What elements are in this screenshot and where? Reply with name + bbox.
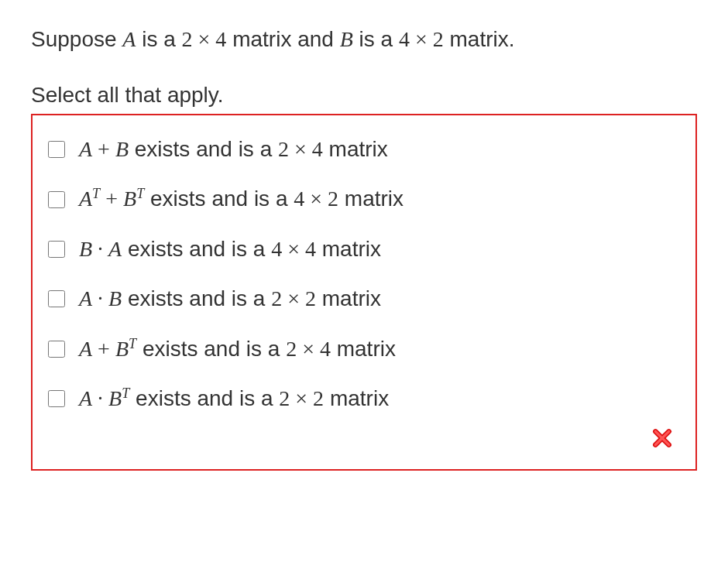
option-label: B · A exists and is a 4 × 4 matrix bbox=[79, 235, 381, 263]
tail2: matrix bbox=[323, 137, 388, 161]
tail1: exists and is a bbox=[122, 237, 271, 261]
expr-a: A bbox=[79, 386, 92, 410]
option-checkbox-5[interactable] bbox=[48, 390, 65, 407]
option-label: AT + BT exists and is a 4 × 2 matrix bbox=[79, 185, 403, 213]
prompt-dim-a: 2 × 4 bbox=[182, 27, 227, 51]
expr-a: A bbox=[79, 137, 92, 161]
prompt-text-3: matrix and bbox=[226, 27, 339, 51]
tail1: exists and is a bbox=[136, 337, 286, 361]
expr-b: B bbox=[115, 337, 129, 361]
prompt-var-a: A bbox=[122, 27, 136, 51]
expr-b: B bbox=[108, 286, 122, 310]
expr-a: A bbox=[79, 187, 92, 211]
dim: 2 × 2 bbox=[271, 286, 316, 310]
prompt-var-b: B bbox=[340, 27, 353, 51]
sup-b: T bbox=[136, 186, 144, 201]
expr-a: B bbox=[79, 237, 92, 261]
prompt-text-2: is a bbox=[136, 27, 181, 51]
option-checkbox-3[interactable] bbox=[48, 290, 65, 307]
option-checkbox-1[interactable] bbox=[48, 191, 65, 208]
dim: 2 × 2 bbox=[279, 386, 324, 410]
tail1: exists and is a bbox=[129, 137, 278, 161]
op: + bbox=[92, 137, 115, 161]
option-checkbox-4[interactable] bbox=[48, 341, 65, 358]
option-label: A + B exists and is a 2 × 4 matrix bbox=[79, 135, 388, 163]
op: · bbox=[92, 237, 108, 261]
sup-b: T bbox=[129, 335, 136, 351]
sup-b: T bbox=[122, 386, 129, 401]
op: + bbox=[100, 187, 123, 211]
sup-a: T bbox=[92, 186, 100, 201]
expr-a: A bbox=[79, 337, 92, 361]
option-row: B · A exists and is a 4 × 4 matrix bbox=[48, 224, 680, 274]
tail2: matrix bbox=[338, 187, 403, 211]
feedback-row bbox=[48, 423, 680, 460]
option-label: A · BT exists and is a 2 × 2 matrix bbox=[79, 385, 389, 413]
option-row: AT + BT exists and is a 4 × 2 matrix bbox=[48, 174, 680, 224]
option-label: A · B exists and is a 2 × 2 matrix bbox=[79, 285, 381, 313]
dim: 2 × 4 bbox=[286, 337, 331, 361]
option-label: A + BT exists and is a 2 × 4 matrix bbox=[79, 335, 396, 363]
prompt-dim-b: 4 × 2 bbox=[399, 27, 444, 51]
dim: 4 × 2 bbox=[294, 187, 338, 211]
tail1: exists and is a bbox=[122, 286, 271, 310]
tail2: matrix bbox=[316, 286, 381, 310]
tail1: exists and is a bbox=[144, 187, 294, 211]
prompt-text-4: is a bbox=[353, 27, 399, 51]
option-row: A · BT exists and is a 2 × 2 matrix bbox=[48, 374, 680, 423]
wrong-icon bbox=[652, 428, 672, 448]
op: · bbox=[92, 386, 108, 410]
prompt-text-1: Suppose bbox=[31, 27, 122, 51]
options-container: A + B exists and is a 2 × 4 matrix AT + … bbox=[31, 114, 697, 471]
tail2: matrix bbox=[324, 386, 389, 410]
dim: 2 × 4 bbox=[278, 137, 323, 161]
expr-a: A bbox=[79, 286, 92, 310]
op: · bbox=[92, 286, 108, 310]
expr-b: A bbox=[108, 237, 122, 261]
expr-b: B bbox=[108, 386, 122, 410]
tail2: matrix bbox=[316, 237, 381, 261]
prompt-text-5: matrix. bbox=[444, 27, 515, 51]
expr-b: B bbox=[115, 137, 129, 161]
question-prompt: Suppose A is a 2 × 4 matrix and B is a 4… bbox=[31, 23, 697, 56]
tail2: matrix bbox=[331, 337, 396, 361]
option-row: A + B exists and is a 2 × 4 matrix bbox=[48, 125, 680, 174]
expr-b: B bbox=[123, 187, 136, 211]
tail1: exists and is a bbox=[129, 386, 279, 410]
option-checkbox-2[interactable] bbox=[48, 241, 65, 258]
option-checkbox-0[interactable] bbox=[48, 141, 65, 158]
option-row: A + BT exists and is a 2 × 4 matrix bbox=[48, 324, 680, 374]
dim: 4 × 4 bbox=[271, 237, 316, 261]
op: + bbox=[92, 337, 115, 361]
option-row: A · B exists and is a 2 × 2 matrix bbox=[48, 274, 680, 324]
instruction-text: Select all that apply. bbox=[31, 83, 697, 108]
